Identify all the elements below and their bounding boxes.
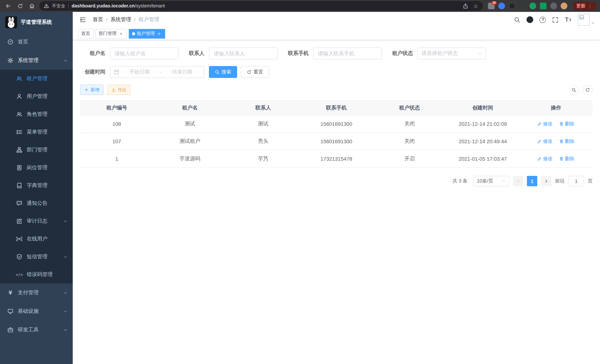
delete-link[interactable]: 删除 [559,121,575,127]
extension-icon-green-square[interactable] [540,3,547,9]
cell-id: 107 [80,133,153,150]
chevron-down-icon [502,179,506,183]
tab-home[interactable]: 首页 [78,29,94,38]
page-number-1[interactable]: 1 [527,176,537,186]
sidebar-item-notice[interactable]: 通知公告 [0,195,73,212]
sidebar-item-home[interactable]: 首页 [0,33,73,51]
github-icon[interactable] [527,16,533,23]
shield-icon [16,254,22,260]
tenant-table: 租户编号 租户名 联系人 联系手机 租户状态 创建时间 操作 108 测试 测试 [80,100,593,168]
tenant-name-input[interactable] [110,47,178,59]
close-icon[interactable]: × [118,31,123,36]
sidebar-item-dict[interactable]: 字典管理 [0,177,73,195]
font-size-icon[interactable]: TT [565,16,572,23]
sidebar-item-label: 首页 [18,38,28,45]
extension-icon-blue[interactable] [498,3,505,9]
extension-icon-green-circle[interactable] [529,3,536,9]
fullscreen-icon[interactable] [552,17,559,23]
breadcrumb-system[interactable]: 系统管理 [110,16,131,23]
browser-home-icon[interactable] [28,1,36,10]
close-icon[interactable]: × [157,31,162,36]
cell-actions: 修改 删除 [519,115,593,133]
share-icon[interactable] [462,3,468,9]
search-button[interactable]: 搜索 [209,66,237,78]
prev-page-button[interactable] [513,176,523,186]
cell-id: 1 [80,150,153,168]
sidebar-item-payment[interactable]: ¥ 支付管理 [0,283,73,302]
refresh-table-button[interactable] [582,85,593,95]
sidebar-item-error-code[interactable]: </> 错误码管理 [0,266,73,283]
reset-button[interactable]: 重置 [241,66,269,78]
sidebar-item-online-users[interactable]: 在线用户 [0,230,73,248]
extension-icon-dark2[interactable] [519,3,526,9]
toggle-search-button[interactable] [569,85,579,95]
edit-link[interactable]: 修改 [537,156,553,162]
edit-link[interactable]: 修改 [537,138,553,145]
browser-chrome: 不安全 dashboard.yudao.iocoder.cn/system/te… [0,0,600,12]
goto-page-input[interactable] [568,176,584,186]
sidebar-item-tenant[interactable]: 租户管理 [0,70,73,88]
edit-link[interactable]: 修改 [537,121,553,127]
export-button-label: 导出 [118,87,127,93]
tab-tenant[interactable]: 租户管理 × [129,29,165,38]
chat-bubble-icon [16,200,22,206]
sidebar-item-dept[interactable]: 部门管理 [0,141,73,159]
end-date-placeholder: 结束日期 [164,69,201,75]
search-icon[interactable] [514,17,520,23]
org-tree-icon [16,147,22,153]
extension-icon-dark1[interactable] [509,3,516,9]
chevron-down-icon [64,309,67,313]
contact-mobile-input[interactable] [313,47,382,59]
delete-link[interactable]: 删除 [559,156,575,162]
back-icon[interactable] [4,1,13,10]
page-content: 租户名 联系人 联系手机 租户状态 请选择租户状态 [73,40,600,364]
browser-menu-icon[interactable]: ⋮ [588,3,593,9]
add-button[interactable]: 新增 [80,84,103,95]
sidebar-item-devtools[interactable]: 研发工具 [0,321,73,339]
sidebar-item-audit-log[interactable]: 审计日志 [0,212,73,230]
extensions-bar: 10 [486,3,570,9]
sidebar-item-user[interactable]: 用户管理 [0,88,73,105]
reload-icon[interactable] [16,1,25,10]
url-domain: dashboard.yudao.iocoder.cn [72,3,135,9]
tenant-status-select[interactable]: 请选择租户状态 [417,47,486,59]
dashboard-icon [7,39,13,45]
sidebar-item-label: 用户管理 [27,93,47,100]
bookmark-star-icon[interactable]: ☆ [473,3,478,9]
active-dot [132,32,135,35]
sidebar-item-sms[interactable]: 短信管理 [0,248,73,266]
sidebar-item-role[interactable]: 角色管理 [0,105,73,123]
logo-rabbit-icon [5,16,17,28]
next-page-button[interactable] [541,176,551,186]
sidebar-item-infrastructure[interactable]: 基础设施 [0,302,73,321]
cell-created: 2021-12-14 20:49:44 [446,133,519,150]
contact-name-input[interactable] [209,47,278,59]
user-avatar[interactable] [578,14,595,26]
id-badge-icon [16,165,22,171]
tab-dept[interactable]: 部门管理 × [95,29,127,38]
filter-row-2: 创建时间 开始日期 - 结束日期 搜索 重置 [80,66,593,78]
breadcrumb-home[interactable]: 首页 [93,16,103,23]
extension-icon-tabs[interactable]: 10 [488,3,495,9]
people-icon [16,111,22,117]
edit-label: 修改 [543,121,553,127]
update-button[interactable]: 更新 ⋮ [572,1,596,10]
sidebar-item-label: 菜单管理 [27,129,47,135]
delete-link[interactable]: 删除 [559,138,575,145]
sidebar-item-system[interactable]: 系统管理 [0,51,73,70]
export-button[interactable]: 导出 [107,84,131,95]
address-bar[interactable]: 不安全 dashboard.yudao.iocoder.cn/system/te… [39,1,483,11]
extension-icon-avatar[interactable] [561,3,567,9]
extension-icon-puzzle[interactable] [550,3,557,9]
col-tenant-name: 租户名 [153,100,227,115]
sidebar-item-menu[interactable]: 菜单管理 [0,123,73,141]
create-time-range-picker[interactable]: 开始日期 - 结束日期 [110,66,205,78]
app-logo[interactable]: 芋道管理系统 [0,12,73,33]
edit-square-icon [16,218,22,224]
collapse-sidebar-icon[interactable] [78,15,88,25]
sidebar-item-post[interactable]: 岗位管理 [0,159,73,177]
page-size-select[interactable]: 10条/页 [473,176,509,186]
sidebar-item-label: 通知公告 [27,200,47,207]
help-icon[interactable]: ? [540,17,546,23]
reset-button-label: 重置 [253,69,263,75]
